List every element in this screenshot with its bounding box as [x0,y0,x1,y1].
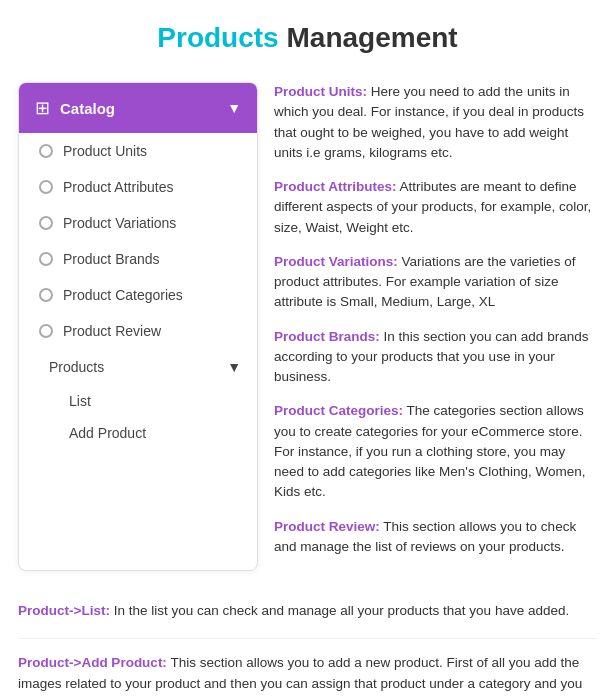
dot-icon [39,180,53,194]
dot-icon [39,288,53,302]
catalog-label: Catalog [60,100,115,117]
desc-product-list: In the list you can check and manage all… [114,603,570,618]
sidebar-sub-item-add-product[interactable]: Add Product [19,417,257,449]
dot-icon [39,216,53,230]
sidebar-item-label: Product Units [63,143,147,159]
sidebar-item-label: Product Categories [63,287,183,303]
sidebar-item-product-attributes[interactable]: Product Attributes [19,169,257,205]
page-header: Products Management [0,0,615,72]
sidebar-item-label: Product Attributes [63,179,174,195]
info-block-categories: Product Categories: The categories secti… [274,401,597,502]
sidebar-products-label: Products [49,359,104,375]
term-units: Product Units: [274,84,367,99]
sidebar-item-product-brands[interactable]: Product Brands [19,241,257,277]
term-add-product: Product->Add Product: [18,655,167,670]
term-categories: Product Categories: [274,403,403,418]
sidebar-item-product-variations[interactable]: Product Variations [19,205,257,241]
sidebar-item-label: Product Brands [63,251,160,267]
sub-item-label: Add Product [69,425,146,441]
sidebar-sub-item-list[interactable]: List [19,385,257,417]
page-title: Products Management [20,22,595,54]
term-brands: Product Brands: [274,329,380,344]
sidebar-item-product-units[interactable]: Product Units [19,133,257,169]
right-content: Product Units: Here you need to add the … [274,82,597,571]
sidebar-item-label: Product Review [63,323,161,339]
divider [18,638,597,639]
info-block-attributes: Product Attributes: Attributes are meant… [274,177,597,238]
sidebar-item-products[interactable]: Products ▼ [19,349,257,385]
term-product-list: Product->List: [18,603,110,618]
dot-icon [39,144,53,158]
bottom-section: Product->List: In the list you can check… [0,591,615,697]
sub-item-label: List [69,393,91,409]
sidebar: ⊞ Catalog ▼ Product Units Product Attrib… [18,82,258,571]
sidebar-catalog-header[interactable]: ⊞ Catalog ▼ [19,83,257,133]
chevron-down-icon: ▼ [227,100,241,116]
title-highlight: Products [157,22,278,53]
term-attributes: Product Attributes: [274,179,397,194]
term-variations: Product Variations: [274,254,398,269]
info-block-review: Product Review: This section allows you … [274,517,597,558]
info-block-units: Product Units: Here you need to add the … [274,82,597,163]
dot-icon [39,252,53,266]
sidebar-item-label: Product Variations [63,215,176,231]
dot-icon [39,324,53,338]
bottom-block-list: Product->List: In the list you can check… [18,601,597,622]
chevron-down-icon: ▼ [227,359,241,375]
sidebar-item-product-review[interactable]: Product Review [19,313,257,349]
title-rest: Management [279,22,458,53]
term-review: Product Review: [274,519,380,534]
bottom-block-add-product: Product->Add Product: This section allow… [18,653,597,697]
sidebar-item-product-categories[interactable]: Product Categories [19,277,257,313]
info-block-brands: Product Brands: In this section you can … [274,327,597,388]
main-content: ⊞ Catalog ▼ Product Units Product Attrib… [0,72,615,591]
info-block-variations: Product Variations: Variations are the v… [274,252,597,313]
catalog-icon: ⊞ [35,97,50,119]
